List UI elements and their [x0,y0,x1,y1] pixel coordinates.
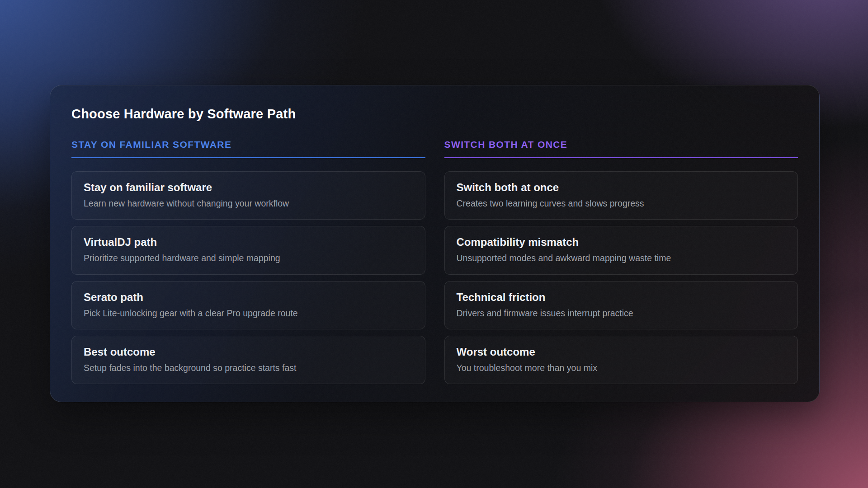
column-heading-stay: STAY ON FAMILIAR SOFTWARE [71,139,425,158]
card-title: VirtualDJ path [84,235,413,249]
card-worst-outcome: Worst outcome You troubleshoot more than… [444,336,798,384]
column-heading-switch: SWITCH BOTH AT ONCE [444,139,798,158]
card-description: Creates two learning curves and slows pr… [457,198,786,209]
comparison-columns: STAY ON FAMILIAR SOFTWARE Stay on famili… [71,139,798,385]
card-stay-on-familiar-software: Stay on familiar software Learn new hard… [71,171,425,220]
card-title: Stay on familiar software [84,181,413,194]
page-title: Choose Hardware by Software Path [71,106,798,122]
card-description: Unsupported modes and awkward mapping wa… [457,253,786,264]
card-compatibility-mismatch: Compatibility mismatch Unsupported modes… [444,226,798,274]
card-list-stay: Stay on familiar software Learn new hard… [71,171,425,384]
card-title: Worst outcome [457,345,786,359]
hardware-software-panel: Choose Hardware by Software Path STAY ON… [50,85,820,402]
page-background: Choose Hardware by Software Path STAY ON… [0,0,868,488]
card-technical-friction: Technical friction Drivers and firmware … [444,281,798,329]
card-description: Pick Lite-unlocking gear with a clear Pr… [84,308,413,319]
card-description: Prioritize supported hardware and simple… [84,253,413,264]
card-list-switch: Switch both at once Creates two learning… [444,171,798,384]
card-description: You troubleshoot more than you mix [457,362,786,374]
column-switch-both-at-once: SWITCH BOTH AT ONCE Switch both at once … [444,139,798,385]
card-title: Best outcome [84,345,413,359]
card-title: Serato path [84,291,413,304]
card-title: Compatibility mismatch [457,235,786,249]
card-best-outcome: Best outcome Setup fades into the backgr… [71,336,425,384]
card-description: Setup fades into the background so pract… [84,362,413,374]
card-description: Learn new hardware without changing your… [84,198,413,209]
card-switch-both-at-once: Switch both at once Creates two learning… [444,171,798,220]
card-virtualdj-path: VirtualDJ path Prioritize supported hard… [71,226,425,274]
card-serato-path: Serato path Pick Lite-unlocking gear wit… [71,281,425,329]
card-title: Switch both at once [457,181,786,194]
card-title: Technical friction [457,291,786,304]
card-description: Drivers and firmware issues interrupt pr… [457,308,786,319]
column-stay-on-familiar-software: STAY ON FAMILIAR SOFTWARE Stay on famili… [71,139,425,385]
